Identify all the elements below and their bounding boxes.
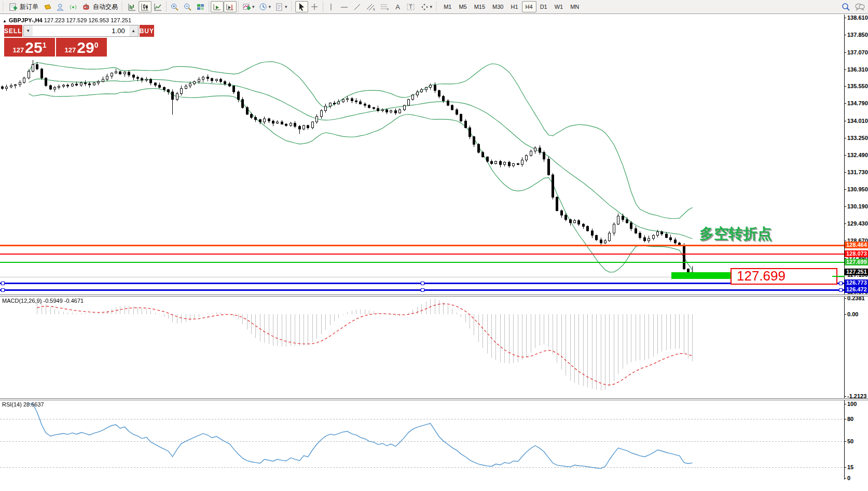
current-price-tag: 127.251 (845, 269, 868, 275)
zoom-out-icon (183, 3, 192, 11)
line-drag-handle[interactable] (421, 288, 424, 292)
horizontal-line-object[interactable] (0, 245, 844, 246)
price-tick-label: 134.010 (847, 118, 868, 124)
autoscroll-button[interactable] (211, 1, 224, 12)
autotrading-label: 自动交易 (93, 3, 118, 11)
rsi-canvas[interactable] (0, 400, 844, 480)
tf-m30-button[interactable]: M30 (489, 1, 507, 12)
templates-button[interactable]: ▾ (273, 1, 290, 12)
tf-m1-button[interactable]: M1 (440, 1, 455, 12)
signals-button[interactable] (67, 1, 80, 12)
symbol-period-label: GBPJPY-,H4 (9, 17, 43, 23)
vline-tool-button[interactable] (325, 1, 338, 12)
trendline-tool-button[interactable] (351, 1, 364, 12)
horizontal-line-object[interactable] (0, 254, 844, 255)
horizontal-line-object[interactable] (0, 262, 844, 263)
line-chart-icon (154, 3, 162, 11)
volume-increase-button[interactable]: ▲ (129, 25, 138, 36)
line-drag-handle[interactable] (421, 282, 424, 285)
toolbar-grip[interactable] (3, 2, 5, 12)
macd-canvas[interactable] (0, 296, 844, 398)
channel-tool-button[interactable]: E (364, 1, 378, 12)
price-tick-label: 132.490 (847, 152, 868, 158)
crosshair-tool-button[interactable] (308, 1, 321, 12)
price-tick-label: 130.190 (847, 203, 868, 209)
toolbar-grip[interactable] (121, 2, 124, 12)
chart-candles-button[interactable] (139, 1, 151, 12)
fibonacci-tool-button[interactable]: F (378, 1, 392, 12)
tf-h1-button[interactable]: H1 (507, 1, 522, 12)
tf-m15-button[interactable]: M15 (471, 1, 489, 12)
price-tick-label: 131.730 (847, 169, 868, 175)
template-icon (275, 3, 284, 11)
buy-button[interactable]: BUY (140, 25, 154, 37)
chart-shift-button[interactable] (224, 1, 237, 12)
gold-ingot-icon (43, 3, 52, 11)
chart-shift-icon (226, 3, 235, 11)
text-tool-button[interactable]: A (392, 1, 404, 12)
rsi-tick-label: 80 (847, 416, 853, 422)
price-tag: 128.464 (845, 242, 868, 248)
toolbar-grip[interactable] (291, 2, 294, 12)
line-drag-handle[interactable] (839, 282, 843, 285)
chart-window[interactable]: ▲GBPJPY-,H4 127.223 127.529 126.953 127.… (0, 15, 868, 491)
pane-separator[interactable] (0, 294, 868, 297)
big-price-label[interactable]: 127.699 (731, 268, 837, 285)
cursor-tool-button[interactable] (295, 1, 308, 12)
bid-price-display[interactable]: 127251 (4, 38, 55, 57)
label-tool-button[interactable]: T (404, 1, 418, 12)
toolbar-grip[interactable] (436, 2, 438, 12)
horizontal-line-icon (340, 3, 349, 11)
rsi-tick-label: 100 (847, 401, 857, 407)
bid-big-digits: 25 (25, 40, 42, 55)
rsi-pane[interactable] (0, 400, 844, 480)
chat-button[interactable] (852, 1, 867, 12)
cn-annotation-text[interactable]: 多空转折点 (699, 224, 772, 244)
new-order-icon (9, 3, 18, 11)
main-price-pane[interactable] (0, 15, 844, 294)
community-person-icon (56, 3, 65, 11)
line-drag-handle[interactable] (1, 282, 5, 285)
tf-m5-button[interactable]: M5 (455, 1, 470, 12)
svg-text:E: E (373, 8, 375, 11)
vertical-line-icon (327, 3, 336, 11)
autoscroll-icon (213, 3, 222, 11)
main-chart-canvas[interactable] (0, 15, 844, 294)
zoom-out-button[interactable] (181, 1, 194, 12)
indicators-icon (242, 3, 251, 11)
volume-decrease-button[interactable]: ▼ (24, 25, 33, 36)
pane-separator[interactable] (0, 398, 868, 400)
tile-windows-button[interactable] (194, 1, 207, 12)
ask-price-display[interactable]: 127290 (56, 38, 107, 57)
arrows-tool-button[interactable]: ▾ (418, 1, 435, 12)
autotrading-button[interactable]: 自动交易 (80, 1, 120, 12)
search-icon (841, 2, 850, 11)
price-tick-label: 135.550 (847, 83, 868, 89)
sell-button[interactable]: SELL (4, 25, 22, 37)
caret-down-icon: ▾ (285, 4, 287, 9)
chart-line-button[interactable] (151, 1, 164, 12)
tf-w1-button[interactable]: W1 (551, 1, 567, 12)
indicators-button[interactable]: ▾ (240, 1, 257, 12)
caret-down-icon: ▾ (252, 4, 255, 9)
bid-prefix: 127 (13, 46, 24, 54)
search-button[interactable] (839, 1, 852, 12)
hline-tool-button[interactable] (338, 1, 351, 12)
periods-button[interactable]: ▾ (257, 1, 273, 12)
tf-mn-button[interactable]: MN (567, 1, 583, 12)
gold-ingot-button[interactable] (40, 1, 54, 12)
price-tag: 126.773 (845, 279, 868, 286)
line-drag-handle[interactable] (839, 288, 843, 292)
tf-d1-button[interactable]: D1 (536, 1, 551, 12)
ask-prefix: 127 (65, 46, 76, 54)
line-drag-handle[interactable] (1, 288, 5, 292)
chart-bars-button[interactable] (126, 1, 139, 12)
zoom-in-button[interactable] (168, 1, 181, 12)
volume-input[interactable] (33, 25, 129, 36)
macd-pane[interactable] (0, 296, 844, 398)
community-button[interactable] (54, 1, 67, 12)
tf-h4-button[interactable]: H4 (522, 1, 536, 12)
text-label-icon: T (406, 3, 416, 11)
collapse-arrow-icon[interactable]: ▲ (3, 19, 7, 23)
new-order-button[interactable]: 新订单 (7, 1, 40, 12)
